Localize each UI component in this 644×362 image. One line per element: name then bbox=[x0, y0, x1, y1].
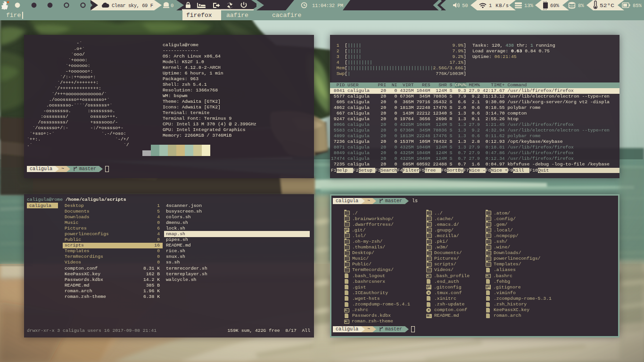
svg-text:50: 50 bbox=[462, 3, 468, 8]
svg-text:85%: 85% bbox=[633, 3, 642, 8]
svg-text:69%: 69% bbox=[550, 3, 560, 8]
svg-text:52°C: 52°C bbox=[600, 3, 614, 8]
svg-text:13%: 13% bbox=[524, 3, 534, 8]
svg-text:0: 0 bbox=[171, 3, 173, 8]
svg-text:8%: 8% bbox=[578, 3, 584, 8]
svg-text:1 KB/s: 1 KB/s bbox=[489, 3, 509, 8]
svg-text:11:04:32 PM: 11:04:32 PM bbox=[312, 3, 343, 8]
svg-text:Clear sky, 69 F: Clear sky, 69 F bbox=[112, 3, 153, 8]
